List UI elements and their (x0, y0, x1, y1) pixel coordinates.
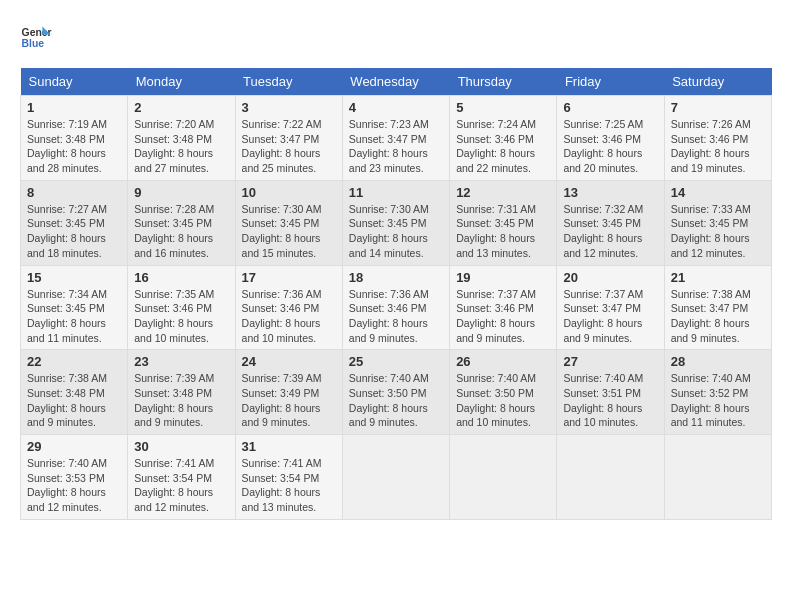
weekday-header-cell: Tuesday (235, 68, 342, 96)
day-info: Sunrise: 7:37 AM Sunset: 3:47 PM Dayligh… (563, 287, 657, 346)
day-info: Sunrise: 7:36 AM Sunset: 3:46 PM Dayligh… (349, 287, 443, 346)
calendar-day-cell: 7 Sunrise: 7:26 AM Sunset: 3:46 PM Dayli… (664, 96, 771, 181)
calendar-day-cell: 27 Sunrise: 7:40 AM Sunset: 3:51 PM Dayl… (557, 350, 664, 435)
calendar-day-cell (450, 435, 557, 520)
day-info: Sunrise: 7:40 AM Sunset: 3:50 PM Dayligh… (456, 371, 550, 430)
day-info: Sunrise: 7:35 AM Sunset: 3:46 PM Dayligh… (134, 287, 228, 346)
day-info: Sunrise: 7:40 AM Sunset: 3:53 PM Dayligh… (27, 456, 121, 515)
calendar-day-cell (557, 435, 664, 520)
weekday-header-cell: Monday (128, 68, 235, 96)
calendar-week-row: 8 Sunrise: 7:27 AM Sunset: 3:45 PM Dayli… (21, 180, 772, 265)
weekday-header-cell: Thursday (450, 68, 557, 96)
day-info: Sunrise: 7:36 AM Sunset: 3:46 PM Dayligh… (242, 287, 336, 346)
day-info: Sunrise: 7:22 AM Sunset: 3:47 PM Dayligh… (242, 117, 336, 176)
day-number: 13 (563, 185, 657, 200)
day-number: 15 (27, 270, 121, 285)
calendar-day-cell: 30 Sunrise: 7:41 AM Sunset: 3:54 PM Dayl… (128, 435, 235, 520)
calendar-day-cell: 31 Sunrise: 7:41 AM Sunset: 3:54 PM Dayl… (235, 435, 342, 520)
day-info: Sunrise: 7:30 AM Sunset: 3:45 PM Dayligh… (349, 202, 443, 261)
day-info: Sunrise: 7:19 AM Sunset: 3:48 PM Dayligh… (27, 117, 121, 176)
logo: General Blue (20, 20, 56, 52)
day-info: Sunrise: 7:32 AM Sunset: 3:45 PM Dayligh… (563, 202, 657, 261)
weekday-header-cell: Sunday (21, 68, 128, 96)
day-number: 20 (563, 270, 657, 285)
day-number: 28 (671, 354, 765, 369)
day-number: 22 (27, 354, 121, 369)
day-info: Sunrise: 7:25 AM Sunset: 3:46 PM Dayligh… (563, 117, 657, 176)
weekday-header-row: SundayMondayTuesdayWednesdayThursdayFrid… (21, 68, 772, 96)
day-number: 21 (671, 270, 765, 285)
day-info: Sunrise: 7:41 AM Sunset: 3:54 PM Dayligh… (242, 456, 336, 515)
day-number: 12 (456, 185, 550, 200)
day-info: Sunrise: 7:28 AM Sunset: 3:45 PM Dayligh… (134, 202, 228, 261)
logo-icon: General Blue (20, 20, 52, 52)
day-info: Sunrise: 7:23 AM Sunset: 3:47 PM Dayligh… (349, 117, 443, 176)
day-info: Sunrise: 7:38 AM Sunset: 3:47 PM Dayligh… (671, 287, 765, 346)
calendar-day-cell: 23 Sunrise: 7:39 AM Sunset: 3:48 PM Dayl… (128, 350, 235, 435)
calendar-day-cell: 13 Sunrise: 7:32 AM Sunset: 3:45 PM Dayl… (557, 180, 664, 265)
weekday-header-cell: Saturday (664, 68, 771, 96)
day-info: Sunrise: 7:39 AM Sunset: 3:48 PM Dayligh… (134, 371, 228, 430)
day-info: Sunrise: 7:40 AM Sunset: 3:52 PM Dayligh… (671, 371, 765, 430)
day-number: 16 (134, 270, 228, 285)
weekday-header-cell: Wednesday (342, 68, 449, 96)
calendar-day-cell: 14 Sunrise: 7:33 AM Sunset: 3:45 PM Dayl… (664, 180, 771, 265)
calendar-day-cell: 9 Sunrise: 7:28 AM Sunset: 3:45 PM Dayli… (128, 180, 235, 265)
calendar-day-cell: 8 Sunrise: 7:27 AM Sunset: 3:45 PM Dayli… (21, 180, 128, 265)
calendar-day-cell: 21 Sunrise: 7:38 AM Sunset: 3:47 PM Dayl… (664, 265, 771, 350)
calendar-day-cell: 26 Sunrise: 7:40 AM Sunset: 3:50 PM Dayl… (450, 350, 557, 435)
day-number: 3 (242, 100, 336, 115)
calendar-day-cell: 5 Sunrise: 7:24 AM Sunset: 3:46 PM Dayli… (450, 96, 557, 181)
calendar-day-cell: 2 Sunrise: 7:20 AM Sunset: 3:48 PM Dayli… (128, 96, 235, 181)
day-number: 6 (563, 100, 657, 115)
day-info: Sunrise: 7:40 AM Sunset: 3:51 PM Dayligh… (563, 371, 657, 430)
calendar-day-cell: 1 Sunrise: 7:19 AM Sunset: 3:48 PM Dayli… (21, 96, 128, 181)
day-info: Sunrise: 7:26 AM Sunset: 3:46 PM Dayligh… (671, 117, 765, 176)
day-number: 19 (456, 270, 550, 285)
day-number: 8 (27, 185, 121, 200)
day-number: 1 (27, 100, 121, 115)
day-info: Sunrise: 7:27 AM Sunset: 3:45 PM Dayligh… (27, 202, 121, 261)
day-number: 17 (242, 270, 336, 285)
day-info: Sunrise: 7:20 AM Sunset: 3:48 PM Dayligh… (134, 117, 228, 176)
calendar-day-cell: 29 Sunrise: 7:40 AM Sunset: 3:53 PM Dayl… (21, 435, 128, 520)
day-number: 9 (134, 185, 228, 200)
calendar-day-cell: 18 Sunrise: 7:36 AM Sunset: 3:46 PM Dayl… (342, 265, 449, 350)
calendar-week-row: 15 Sunrise: 7:34 AM Sunset: 3:45 PM Dayl… (21, 265, 772, 350)
day-number: 7 (671, 100, 765, 115)
day-number: 31 (242, 439, 336, 454)
calendar-day-cell (342, 435, 449, 520)
calendar-day-cell: 10 Sunrise: 7:30 AM Sunset: 3:45 PM Dayl… (235, 180, 342, 265)
svg-text:Blue: Blue (22, 38, 45, 49)
day-number: 14 (671, 185, 765, 200)
day-info: Sunrise: 7:33 AM Sunset: 3:45 PM Dayligh… (671, 202, 765, 261)
day-number: 2 (134, 100, 228, 115)
weekday-header-cell: Friday (557, 68, 664, 96)
page-header: General Blue (20, 20, 772, 52)
day-info: Sunrise: 7:37 AM Sunset: 3:46 PM Dayligh… (456, 287, 550, 346)
day-number: 27 (563, 354, 657, 369)
day-number: 10 (242, 185, 336, 200)
day-info: Sunrise: 7:41 AM Sunset: 3:54 PM Dayligh… (134, 456, 228, 515)
calendar-day-cell: 6 Sunrise: 7:25 AM Sunset: 3:46 PM Dayli… (557, 96, 664, 181)
calendar-day-cell: 25 Sunrise: 7:40 AM Sunset: 3:50 PM Dayl… (342, 350, 449, 435)
day-info: Sunrise: 7:38 AM Sunset: 3:48 PM Dayligh… (27, 371, 121, 430)
calendar-day-cell: 15 Sunrise: 7:34 AM Sunset: 3:45 PM Dayl… (21, 265, 128, 350)
calendar-week-row: 29 Sunrise: 7:40 AM Sunset: 3:53 PM Dayl… (21, 435, 772, 520)
calendar-day-cell: 4 Sunrise: 7:23 AM Sunset: 3:47 PM Dayli… (342, 96, 449, 181)
calendar-day-cell: 16 Sunrise: 7:35 AM Sunset: 3:46 PM Dayl… (128, 265, 235, 350)
calendar-day-cell: 11 Sunrise: 7:30 AM Sunset: 3:45 PM Dayl… (342, 180, 449, 265)
calendar-table: SundayMondayTuesdayWednesdayThursdayFrid… (20, 68, 772, 520)
calendar-day-cell: 22 Sunrise: 7:38 AM Sunset: 3:48 PM Dayl… (21, 350, 128, 435)
calendar-day-cell: 12 Sunrise: 7:31 AM Sunset: 3:45 PM Dayl… (450, 180, 557, 265)
calendar-day-cell: 24 Sunrise: 7:39 AM Sunset: 3:49 PM Dayl… (235, 350, 342, 435)
calendar-week-row: 22 Sunrise: 7:38 AM Sunset: 3:48 PM Dayl… (21, 350, 772, 435)
day-number: 4 (349, 100, 443, 115)
day-info: Sunrise: 7:34 AM Sunset: 3:45 PM Dayligh… (27, 287, 121, 346)
day-info: Sunrise: 7:30 AM Sunset: 3:45 PM Dayligh… (242, 202, 336, 261)
calendar-body: 1 Sunrise: 7:19 AM Sunset: 3:48 PM Dayli… (21, 96, 772, 520)
day-number: 23 (134, 354, 228, 369)
day-info: Sunrise: 7:31 AM Sunset: 3:45 PM Dayligh… (456, 202, 550, 261)
day-number: 24 (242, 354, 336, 369)
day-info: Sunrise: 7:39 AM Sunset: 3:49 PM Dayligh… (242, 371, 336, 430)
